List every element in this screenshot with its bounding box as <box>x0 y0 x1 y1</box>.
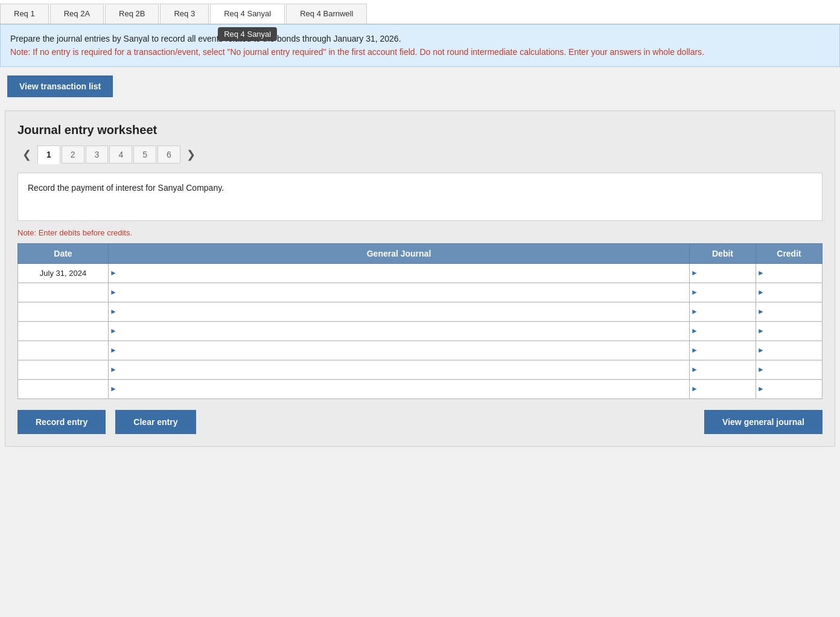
debit-cell-5[interactable]: ► <box>690 340 756 360</box>
credit-input-2[interactable] <box>756 283 822 302</box>
credit-input-6[interactable] <box>756 360 822 379</box>
debit-cell-4[interactable]: ► <box>690 321 756 340</box>
th-journal: General Journal <box>109 243 690 263</box>
arrow-icon-debit-5: ► <box>691 346 698 354</box>
date-value-1: July 31, 2024 <box>40 269 86 278</box>
table-row: ► ► ► <box>18 340 822 360</box>
page-3[interactable]: 3 <box>86 145 109 164</box>
banner-note-text: Note: If no entry is required for a tran… <box>10 47 704 57</box>
arrow-icon-credit-4: ► <box>757 327 765 335</box>
credit-cell-3[interactable]: ► <box>756 302 822 321</box>
arrow-icon-credit-6: ► <box>757 365 765 374</box>
tabs-bar: Req 1 Req 2A Req 2B Req 3 Req 4 Sanyal R… <box>0 0 840 24</box>
tab-req1[interactable]: Req 1 <box>0 4 49 24</box>
tab-tooltip: Req 4 Sanyal <box>218 27 277 41</box>
page-6[interactable]: 6 <box>158 145 180 164</box>
journal-cell-3[interactable]: ► <box>109 302 690 321</box>
debit-input-7[interactable] <box>690 380 756 398</box>
table-row: ► ► ► <box>18 321 822 340</box>
arrow-icon-credit-5: ► <box>757 346 765 354</box>
credit-input-1[interactable] <box>756 264 822 283</box>
debit-input-2[interactable] <box>690 283 756 302</box>
clear-entry-button[interactable]: Clear entry <box>115 410 196 434</box>
table-row: ► ► ► <box>18 302 822 321</box>
tab-req2a[interactable]: Req 2A <box>50 4 104 24</box>
tab-req4barnwell[interactable]: Req 4 Barnwell <box>286 4 367 24</box>
arrow-icon-credit-7: ► <box>757 385 765 393</box>
journal-input-7[interactable] <box>109 380 689 398</box>
date-cell-1: July 31, 2024 <box>18 263 109 283</box>
tab-req2b[interactable]: Req 2B <box>105 4 159 24</box>
page-2[interactable]: 2 <box>62 145 84 164</box>
debit-input-1[interactable] <box>690 264 756 283</box>
credit-cell-6[interactable]: ► <box>756 360 822 379</box>
tab-req2a-label: Req 2A <box>64 9 90 18</box>
credit-cell-5[interactable]: ► <box>756 340 822 360</box>
debit-cell-2[interactable]: ► <box>690 283 756 302</box>
journal-cell-6[interactable]: ► <box>109 360 690 379</box>
debit-input-5[interactable] <box>690 341 756 360</box>
credit-input-4[interactable] <box>756 322 822 340</box>
arrow-icon-6: ► <box>110 365 117 374</box>
th-credit: Credit <box>756 243 822 263</box>
record-entry-button[interactable]: Record entry <box>18 410 106 434</box>
debit-cell-3[interactable]: ► <box>690 302 756 321</box>
arrow-icon-7: ► <box>110 385 117 393</box>
journal-table: Date General Journal Debit Credit July 3… <box>18 243 822 399</box>
debit-input-3[interactable] <box>690 302 756 321</box>
date-cell-7 <box>18 379 109 398</box>
arrow-icon-debit-4: ► <box>691 327 698 335</box>
journal-cell-4[interactable]: ► <box>109 321 690 340</box>
arrow-icon-debit-3: ► <box>691 307 698 316</box>
arrow-icon-credit-2: ► <box>757 288 765 296</box>
credit-input-5[interactable] <box>756 341 822 360</box>
date-cell-2 <box>18 283 109 302</box>
credit-cell-1[interactable]: ► <box>756 263 822 283</box>
credit-input-7[interactable] <box>756 380 822 398</box>
journal-input-5[interactable] <box>109 341 689 360</box>
arrow-icon-debit-1: ► <box>691 269 698 277</box>
th-date: Date <box>18 243 109 263</box>
worksheet-title: Journal entry worksheet <box>18 123 822 137</box>
credit-cell-2[interactable]: ► <box>756 283 822 302</box>
debit-cell-6[interactable]: ► <box>690 360 756 379</box>
page-4[interactable]: 4 <box>109 145 132 164</box>
debit-input-4[interactable] <box>690 322 756 340</box>
arrow-icon-credit-1: ► <box>757 269 765 277</box>
journal-cell-7[interactable]: ► <box>109 379 690 398</box>
tab-req4barnwell-label: Req 4 Barnwell <box>300 9 353 18</box>
pagination: ❮ 1 2 3 4 5 6 ❯ <box>18 145 822 164</box>
debit-cell-1[interactable]: ► <box>690 263 756 283</box>
info-banner: Prepare the journal entries by Sanyal to… <box>0 24 840 67</box>
description-box: Record the payment of interest for Sanya… <box>18 173 822 221</box>
arrow-icon-4: ► <box>110 327 117 335</box>
page-1[interactable]: 1 <box>37 145 60 164</box>
prev-page-button[interactable]: ❮ <box>18 145 36 164</box>
view-general-journal-button[interactable]: View general journal <box>704 410 822 434</box>
credit-input-3[interactable] <box>756 302 822 321</box>
journal-input-2[interactable] <box>109 283 689 302</box>
journal-input-3[interactable] <box>109 302 689 321</box>
tab-req3-label: Req 3 <box>174 9 195 18</box>
arrow-icon-2: ► <box>110 288 117 296</box>
journal-input-6[interactable] <box>109 360 689 379</box>
journal-cell-2[interactable]: ► <box>109 283 690 302</box>
credit-cell-4[interactable]: ► <box>756 321 822 340</box>
tab-req4sanyal[interactable]: Req 4 Sanyal Req 4 Sanyal <box>210 4 285 24</box>
view-transaction-button[interactable]: View transaction list <box>7 75 113 97</box>
tab-req3[interactable]: Req 3 <box>160 4 209 24</box>
next-page-button[interactable]: ❯ <box>182 145 200 164</box>
arrow-icon-5: ► <box>110 346 117 354</box>
page-5[interactable]: 5 <box>133 145 156 164</box>
journal-input-1[interactable] <box>109 264 689 283</box>
journal-cell-1[interactable]: ► <box>109 263 690 283</box>
th-debit: Debit <box>690 243 756 263</box>
date-cell-3 <box>18 302 109 321</box>
debit-input-6[interactable] <box>690 360 756 379</box>
journal-cell-5[interactable]: ► <box>109 340 690 360</box>
credit-cell-7[interactable]: ► <box>756 379 822 398</box>
arrow-icon-debit-7: ► <box>691 385 698 393</box>
journal-input-4[interactable] <box>109 322 689 340</box>
debit-cell-7[interactable]: ► <box>690 379 756 398</box>
bottom-buttons: Record entry Clear entry View general jo… <box>18 410 822 434</box>
